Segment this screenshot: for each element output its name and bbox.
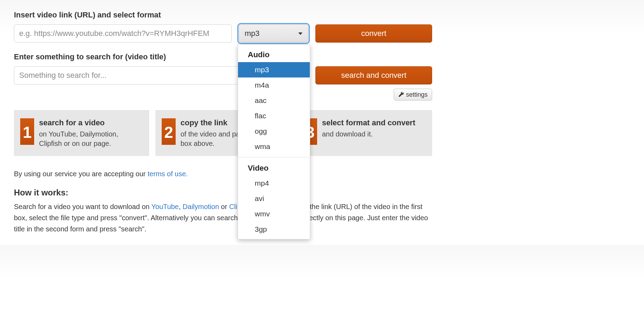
step-number: 1 (20, 118, 34, 145)
url-section-label: Insert video link (URL) and select forma… (14, 10, 432, 20)
how-text: , (179, 203, 183, 210)
step-desc: on YouTube, Dailymotion, Clipfish or on … (39, 129, 143, 148)
terms-prefix: By using our service you are accepting o… (14, 170, 148, 178)
format-select[interactable]: mp3 Audiomp3m4aaacflacoggwmaVideomp4aviw… (239, 24, 308, 43)
step-number: 2 (162, 118, 176, 145)
convert-button[interactable]: convert (315, 24, 432, 43)
search-section-label: Enter something to search for (video tit… (14, 52, 432, 61)
steps-row: 1search for a videoon YouTube, Dailymoti… (14, 110, 432, 156)
step-title: search for a video (39, 118, 143, 127)
dropdown-item-m4a[interactable]: m4a (238, 77, 310, 93)
step-title: select format and convert (322, 118, 426, 127)
dropdown-item-aac[interactable]: aac (238, 93, 310, 108)
format-dropdown-panel: Audiomp3m4aaacflacoggwmaVideomp4aviwmv3g… (238, 44, 310, 239)
dropdown-group-header: Audio (238, 47, 310, 62)
how-text: or (219, 203, 229, 210)
how-it-works-title: How it works: (14, 188, 432, 198)
terms-link[interactable]: terms of use. (148, 170, 188, 178)
dropdown-divider (238, 157, 310, 157)
dropdown-group-header: Video (238, 160, 310, 176)
dropdown-item-wma[interactable]: wma (238, 139, 310, 154)
settings-button[interactable]: settings (394, 89, 432, 101)
how-it-works-body: Search for a video you want to download … (14, 201, 432, 235)
step-card: 1search for a videoon YouTube, Dailymoti… (14, 110, 149, 156)
terms-line: By using our service you are accepting o… (14, 170, 432, 178)
step-desc: and download it. (322, 129, 426, 139)
format-select-value: mp3 (245, 29, 298, 38)
youtube-link[interactable]: YouTube (151, 203, 179, 210)
dropdown-item-ogg[interactable]: ogg (238, 124, 310, 139)
url-input[interactable] (14, 24, 232, 43)
settings-label: settings (406, 91, 428, 98)
dropdown-item-avi[interactable]: avi (238, 191, 310, 206)
chevron-down-icon (298, 32, 302, 35)
dropdown-item-wmv[interactable]: wmv (238, 206, 310, 222)
how-text: Search for a video you want to download … (14, 203, 151, 210)
dropdown-item-3gp[interactable]: 3gp (238, 222, 310, 237)
step-card: 3select format and convertand download i… (297, 110, 432, 156)
search-convert-button[interactable]: search and convert (315, 66, 432, 84)
wrench-icon (398, 92, 404, 97)
dropdown-item-flac[interactable]: flac (238, 108, 310, 124)
dropdown-item-mp4[interactable]: mp4 (238, 176, 310, 191)
dropdown-item-mp3[interactable]: mp3 (238, 62, 310, 77)
dailymotion-link[interactable]: Dailymotion (183, 203, 219, 210)
